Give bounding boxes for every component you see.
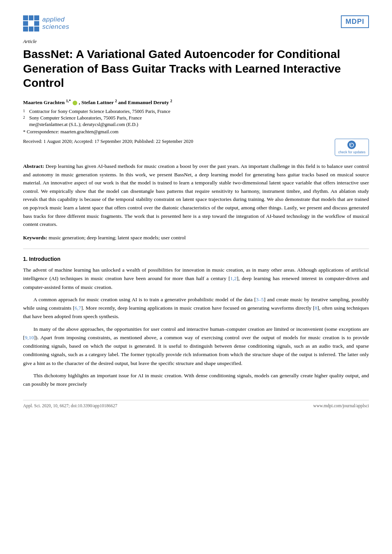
correspondence-line: * Correspondence: maarten.grachten@gmail… xyxy=(23,129,369,135)
journal-name-sciences: sciences xyxy=(42,23,69,31)
journal-logo-grid xyxy=(23,15,39,32)
section-divider xyxy=(23,249,369,249)
affiliation-2: 2 Sony Computer Science Laboratories, 75… xyxy=(23,115,369,121)
keywords-text: music generation; deep learning; latent … xyxy=(48,235,186,241)
authors-line: Maarten Grachten 1,* , Stefan Lattner 2 … xyxy=(23,99,369,106)
journal-name-applied: applied xyxy=(42,16,69,23)
footer-url: www.mdpi.com/journal/applsci xyxy=(313,403,369,408)
footer-citation: Appl. Sci. 2020, 10, 6627; doi:10.3390/a… xyxy=(23,403,117,408)
journal-name: applied sciences xyxy=(42,16,69,30)
keywords-label: Keywords: xyxy=(23,235,47,241)
check-updates-label: check for updates xyxy=(338,150,365,154)
affiliation-1: 1 Contractor for Sony Computer Science L… xyxy=(23,109,369,114)
dates-row: Received: 1 August 2020; Accepted: 17 Se… xyxy=(23,139,369,156)
section1-para-3: In many of the above approaches, the opp… xyxy=(23,325,369,368)
affiliations-list: 1 Contractor for Sony Computer Science L… xyxy=(23,109,369,128)
mdpi-badge: MDPI xyxy=(341,15,369,28)
publication-dates: Received: 1 August 2020; Accepted: 17 Se… xyxy=(23,139,193,144)
abstract-text: Abstract: Deep learning has given AI-bas… xyxy=(23,162,369,229)
check-for-updates-badge[interactable]: check for updates xyxy=(335,139,369,156)
section1-para-1: The advent of machine learning has unloc… xyxy=(23,266,369,292)
orcid-icon xyxy=(73,101,77,105)
article-type-label: Article xyxy=(23,38,369,45)
page-header: applied sciences MDPI xyxy=(23,15,369,32)
check-updates-icon xyxy=(347,141,356,149)
keywords-line: Keywords: music generation; deep learnin… xyxy=(23,234,369,242)
article-title: BassNet: A Variational Gated Autoencoder… xyxy=(23,47,369,90)
affiliation-emails: me@stefanlattner.at (S.L.); derutycsl@gm… xyxy=(23,122,369,128)
abstract-label: Abstract: xyxy=(23,163,44,169)
section-1-heading: 1. Introduction xyxy=(23,256,369,262)
page-footer: Appl. Sci. 2020, 10, 6627; doi:10.3390/a… xyxy=(23,400,369,408)
publisher-logo: MDPI xyxy=(341,15,369,28)
abstract-section: Abstract: Deep learning has given AI-bas… xyxy=(23,162,369,229)
section1-para-4: This dichotomy highlights an important i… xyxy=(23,372,369,389)
journal-logo: applied sciences xyxy=(23,15,69,32)
refresh-icon xyxy=(349,142,354,148)
abstract-body: Deep learning has given AI-based methods… xyxy=(23,163,369,227)
section1-para-2: A common approach for music creation usi… xyxy=(23,295,369,321)
